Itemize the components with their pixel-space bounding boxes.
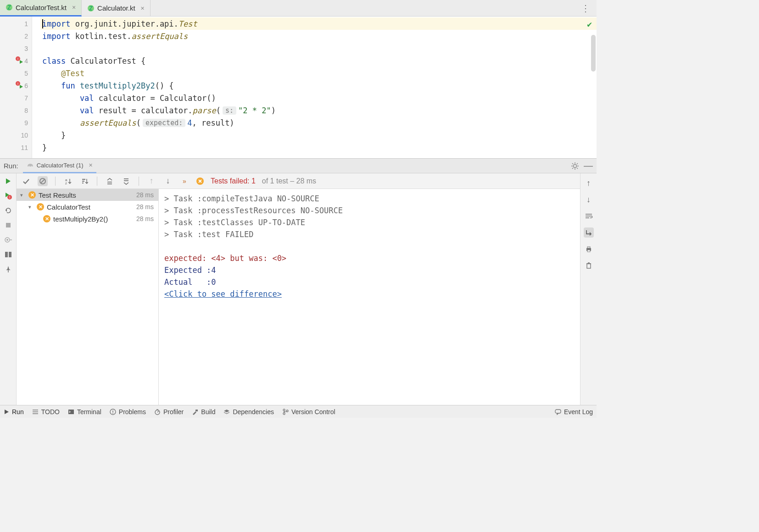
svg-point-19 bbox=[6, 239, 8, 241]
console-right-toolbar: ↑ ↓ bbox=[580, 173, 597, 405]
status-dependencies-button[interactable]: Dependencies bbox=[223, 408, 274, 416]
tab-label: CalculatorTest.kt bbox=[16, 4, 67, 11]
svg-rect-41 bbox=[587, 250, 590, 252]
inspections-ok-icon[interactable]: ✔ bbox=[587, 19, 592, 29]
rerun-icon[interactable] bbox=[3, 176, 13, 186]
branch-icon bbox=[282, 409, 289, 415]
pin-icon[interactable] bbox=[3, 264, 13, 274]
status-build-button[interactable]: Build bbox=[192, 408, 215, 416]
layers-icon bbox=[223, 409, 230, 415]
svg-point-57 bbox=[283, 413, 285, 415]
fail-status-icon: ✕ bbox=[28, 191, 36, 199]
svg-rect-59 bbox=[555, 410, 561, 413]
kotlin-file-icon bbox=[87, 5, 95, 12]
test-tree[interactable]: ▾✕Test Results 28 ms ▾✕CalculatorTest 28… bbox=[17, 189, 159, 405]
status-terminal-button[interactable]: Terminal bbox=[68, 408, 101, 416]
status-todo-button[interactable]: TODO bbox=[32, 408, 60, 416]
svg-rect-42 bbox=[587, 264, 591, 268]
list-icon bbox=[32, 409, 39, 415]
play-icon bbox=[4, 409, 9, 415]
tab-calculator[interactable]: Calculator.kt × bbox=[82, 0, 151, 17]
status-profiler-button[interactable]: Profiler bbox=[154, 408, 184, 416]
collapse-all-icon[interactable] bbox=[121, 176, 131, 186]
svg-rect-40 bbox=[587, 247, 590, 248]
scroll-down-icon[interactable]: ↓ bbox=[584, 194, 594, 205]
minimize-icon[interactable]: — bbox=[584, 161, 593, 171]
editor-tabs: CalculatorTest.kt × Calculator.kt × ⋮ bbox=[0, 0, 597, 17]
fail-status-icon: ✕ bbox=[43, 215, 50, 222]
status-version-control-button[interactable]: Version Control bbox=[282, 408, 335, 416]
profiler-icon bbox=[154, 409, 161, 415]
layout-icon[interactable] bbox=[3, 249, 13, 260]
svg-text:z: z bbox=[65, 181, 67, 185]
svg-line-11 bbox=[572, 163, 573, 164]
svg-line-53 bbox=[157, 411, 159, 412]
editor: 1 2 3 ! 4 5 ! 6 7 8 9 10 11 imp bbox=[0, 17, 597, 159]
console-output[interactable]: > Task :compileTestJava NO-SOURCE > Task… bbox=[159, 189, 580, 405]
tree-root[interactable]: ▾✕Test Results 28 ms bbox=[17, 189, 158, 201]
show-ignored-toggle-icon[interactable] bbox=[38, 176, 48, 186]
svg-rect-21 bbox=[5, 252, 8, 257]
svg-line-25 bbox=[41, 179, 45, 183]
tests-failed-label: Tests failed: 1 bbox=[211, 177, 256, 185]
run-tool-window: ! az ↑ ↓ » Tests failed: 1 bbox=[0, 173, 597, 405]
svg-text:!: ! bbox=[17, 82, 18, 85]
balloon-icon bbox=[555, 409, 561, 415]
status-problems-button[interactable]: Problems bbox=[110, 408, 146, 416]
tab-label: Calculator.kt bbox=[97, 4, 135, 12]
gear-icon[interactable] bbox=[571, 162, 579, 170]
svg-line-14 bbox=[577, 163, 578, 164]
status-bar: Run TODO Terminal Problems Profiler Buil… bbox=[0, 405, 597, 418]
scroll-to-end-icon[interactable] bbox=[584, 227, 594, 238]
show-passed-toggle-icon[interactable] bbox=[21, 176, 31, 186]
run-method-gutter-icon[interactable]: ! bbox=[16, 81, 24, 89]
svg-line-13 bbox=[572, 168, 573, 169]
fold-column[interactable] bbox=[32, 17, 40, 158]
svg-rect-22 bbox=[9, 252, 11, 257]
close-icon[interactable]: × bbox=[72, 4, 76, 11]
sort-duration-icon[interactable] bbox=[79, 176, 89, 186]
code-area[interactable]: import org.junit.jupiter.api.Test import… bbox=[40, 17, 597, 158]
rerun-failed-icon[interactable]: ! bbox=[3, 191, 13, 201]
see-difference-link[interactable]: <Click to see difference> bbox=[164, 289, 282, 299]
svg-line-12 bbox=[577, 168, 578, 169]
close-icon[interactable]: × bbox=[141, 5, 145, 12]
stop-icon[interactable] bbox=[3, 220, 13, 230]
more-icon[interactable]: » bbox=[179, 176, 190, 186]
tree-method-node[interactable]: ✕testMultiply2By2() 28 ms bbox=[17, 213, 158, 225]
sort-alpha-icon[interactable]: az bbox=[63, 176, 73, 186]
run-tool-header: Run: CalculatorTest (1) × — bbox=[0, 159, 597, 173]
svg-point-6 bbox=[574, 164, 577, 167]
svg-rect-17 bbox=[6, 223, 11, 227]
tab-calculator-test[interactable]: CalculatorTest.kt × bbox=[0, 0, 82, 17]
svg-rect-48 bbox=[68, 410, 74, 414]
test-toolbar: az ↑ ↓ » Tests failed: 1 of 1 test – 28 … bbox=[17, 173, 580, 189]
svg-text:!: ! bbox=[17, 57, 18, 61]
scroll-up-icon[interactable]: ↑ bbox=[584, 178, 594, 188]
scrollbar[interactable] bbox=[591, 35, 596, 72]
prev-fail-icon[interactable]: ↑ bbox=[146, 176, 156, 186]
run-class-gutter-icon[interactable]: ! bbox=[16, 56, 24, 65]
show-passed-icon[interactable] bbox=[3, 235, 13, 245]
kotlin-file-icon bbox=[6, 4, 13, 11]
next-fail-icon[interactable]: ↓ bbox=[163, 176, 173, 186]
run-header-label: Run: bbox=[4, 162, 18, 170]
status-run-button[interactable]: Run bbox=[4, 408, 24, 416]
tests-summary-label: of 1 test – 28 ms bbox=[262, 177, 316, 185]
gutter: 1 2 3 ! 4 5 ! 6 7 8 9 10 11 bbox=[0, 17, 32, 158]
expand-all-icon[interactable] bbox=[105, 176, 115, 186]
toggle-auto-test-icon[interactable] bbox=[3, 205, 13, 216]
tree-class-node[interactable]: ▾✕CalculatorTest 28 ms bbox=[17, 201, 158, 213]
terminal-icon bbox=[68, 409, 74, 415]
status-event-log-button[interactable]: Event Log bbox=[555, 408, 593, 416]
soft-wrap-icon[interactable] bbox=[584, 211, 594, 221]
svg-point-56 bbox=[283, 409, 285, 411]
elephant-icon bbox=[27, 162, 34, 168]
run-config-tab[interactable]: CalculatorTest (1) × bbox=[23, 159, 96, 173]
hammer-icon bbox=[192, 409, 198, 415]
clear-icon[interactable] bbox=[584, 260, 594, 271]
print-icon[interactable] bbox=[584, 244, 594, 254]
warning-icon bbox=[110, 409, 116, 415]
close-icon[interactable]: × bbox=[89, 161, 93, 169]
more-icon[interactable]: ⋮ bbox=[575, 3, 597, 14]
